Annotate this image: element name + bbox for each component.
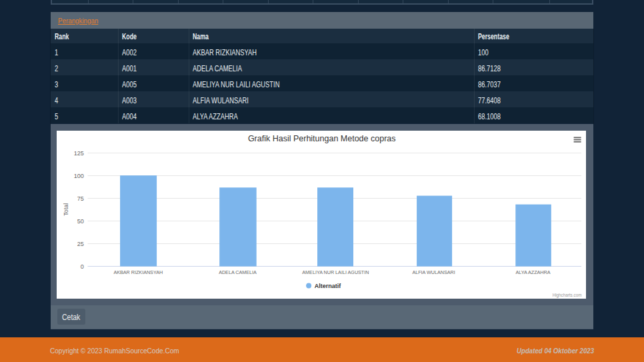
svg-text:Highcharts.com: Highcharts.com xyxy=(553,293,582,298)
svg-text:Grafik Hasil Perhitungan Metod: Grafik Hasil Perhitungan Metode copras xyxy=(248,134,396,143)
svg-text:Alternatif: Alternatif xyxy=(315,283,342,289)
svg-text:Total: Total xyxy=(63,203,69,216)
svg-text:100: 100 xyxy=(74,173,84,179)
svg-text:125: 125 xyxy=(74,150,84,157)
svg-text:ALFIA WULANSARI: ALFIA WULANSARI xyxy=(413,269,455,275)
svg-text:AMELIYA NUR LAILI AGUSTIN: AMELIYA NUR LAILI AGUSTIN xyxy=(303,269,369,275)
svg-text:ADELA CAMELIA: ADELA CAMELIA xyxy=(219,269,257,275)
svg-text:50: 50 xyxy=(77,218,84,225)
svg-text:0: 0 xyxy=(81,263,84,270)
svg-text:AKBAR RIZKIANSYAH: AKBAR RIZKIANSYAH xyxy=(114,269,163,275)
svg-text:ALYA AZZAHRA: ALYA AZZAHRA xyxy=(516,269,551,275)
svg-text:75: 75 xyxy=(77,195,84,202)
svg-text:25: 25 xyxy=(77,241,84,247)
